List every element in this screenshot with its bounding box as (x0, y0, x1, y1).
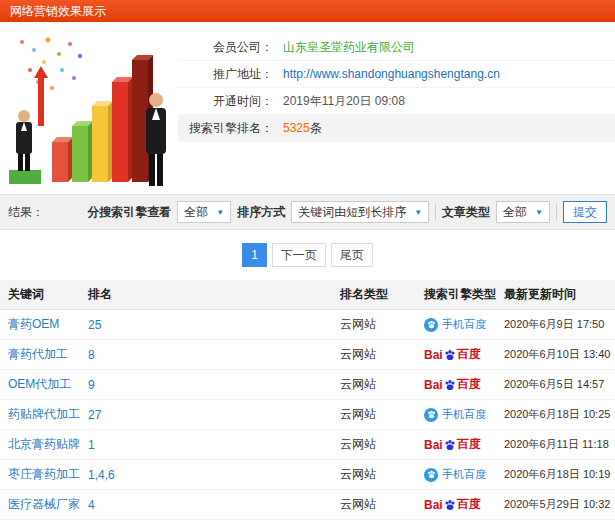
info-row-company: 会员公司： 山东皇圣堂药业有限公司 (178, 34, 615, 61)
rank-count-value: 5325 (283, 121, 310, 135)
baidu-logo-latin: Bai (424, 438, 443, 452)
rank-type-cell: 云网站 (332, 430, 416, 460)
rank-link[interactable]: 4 (88, 498, 95, 512)
rank-type-cell: 云网站 (332, 370, 416, 400)
update-time-cell: 2020年6月18日 10:19 (496, 460, 615, 490)
baidu-logo-cn: 百度 (457, 376, 481, 393)
chevron-down-icon: ▼ (414, 208, 422, 217)
baidu-paw-icon (444, 439, 456, 451)
rank-link[interactable]: 1 (88, 438, 95, 452)
update-time-cell: 2020年6月5日 14:57 (496, 370, 615, 400)
keyword-link[interactable]: 北京膏药贴牌 (8, 437, 80, 451)
baidu-logo-cn: 百度 (457, 496, 481, 513)
mobile-baidu-badge: 手机百度 (424, 407, 486, 422)
keyword-link[interactable]: 膏药代加工 (8, 347, 68, 361)
engine-select[interactable]: 全部 ▼ (177, 201, 231, 223)
url-label: 推广地址： (178, 66, 273, 83)
mobile-baidu-label: 手机百度 (442, 317, 486, 332)
promotion-url-link[interactable]: http://www.shandonghuangshengtang.cn (283, 67, 500, 81)
sort-filter-label: 排序方式 (237, 204, 285, 221)
engine-cell: Bai 百度 手机百度 (416, 490, 496, 520)
engine-cell: Bai 百度 手机百度 (416, 370, 496, 400)
divider (556, 204, 557, 220)
open-time-label: 开通时间： (178, 93, 273, 110)
table-row: 枣庄膏药加工 1,4,6 云网站 Bai 百度 手机百度 (0, 460, 615, 490)
mobile-baidu-badge: 手机百度 (424, 317, 486, 332)
ranking-table: 关键词 排名 排名类型 搜索引擎类型 最新更新时间 膏药OEM 25 云网站 B… (0, 280, 615, 520)
baidu-paw-icon (444, 349, 456, 361)
article-type-select[interactable]: 全部 ▼ (496, 201, 550, 223)
rank-link[interactable]: 9 (88, 378, 95, 392)
rank-count-label: 搜索引擎排名： (178, 120, 273, 137)
divider (435, 204, 436, 220)
table-row: 药贴牌代加工 27 云网站 Bai 百度 手机百度 (0, 400, 615, 430)
sort-select-value: 关键词由短到长排序 (298, 204, 406, 221)
update-time-cell: 2020年6月11日 11:18 (496, 430, 615, 460)
baidu-logo: Bai 百度 (424, 496, 481, 513)
table-row: 膏药OEM 25 云网站 Bai 百度 手机百度 (0, 310, 615, 340)
update-time-cell: 2020年6月9日 17:50 (496, 310, 615, 340)
keyword-link[interactable]: 药贴牌代加工 (8, 407, 80, 421)
keyword-link[interactable]: OEM代加工 (8, 377, 71, 391)
article-select-value: 全部 (503, 204, 527, 221)
filter-bar: 结果： 分搜索引擎查看 全部 ▼ 排序方式 关键词由短到长排序 ▼ 文章类型 全… (0, 194, 615, 230)
baidu-logo-latin: Bai (424, 378, 443, 392)
chevron-down-icon: ▼ (216, 208, 224, 217)
engine-cell: Bai 百度 手机百度 (416, 460, 496, 490)
engine-cell: Bai 百度 手机百度 (416, 310, 496, 340)
keyword-link[interactable]: 膏药OEM (8, 317, 59, 331)
submit-button[interactable]: 提交 (563, 201, 607, 223)
update-time-cell: 2020年5月29日 10:32 (496, 490, 615, 520)
baidu-logo: Bai 百度 (424, 376, 481, 393)
rank-type-cell: 云网站 (332, 340, 416, 370)
titlebar: 网络营销效果展示 (0, 0, 615, 22)
table-row: OEM代加工 9 云网站 Bai 百度 手机百度 (0, 370, 615, 400)
update-time-cell: 2020年6月10日 13:40 (496, 340, 615, 370)
next-page-button[interactable]: 下一页 (272, 243, 326, 267)
open-time-value: 2019年11月20日 09:08 (283, 93, 405, 110)
table-body: 膏药OEM 25 云网站 Bai 百度 手机百度 (0, 310, 615, 520)
keyword-link[interactable]: 医疗器械厂家 (8, 497, 80, 511)
baidu-logo-cn: 百度 (457, 346, 481, 363)
mobile-baidu-label: 手机百度 (442, 407, 486, 422)
mobile-baidu-icon (424, 468, 438, 482)
rank-type-cell: 云网站 (332, 310, 416, 340)
baidu-logo: Bai 百度 (424, 346, 481, 363)
rank-link[interactable]: 8 (88, 348, 95, 362)
sort-select[interactable]: 关键词由短到长排序 ▼ (291, 201, 429, 223)
mobile-baidu-icon (424, 408, 438, 422)
header-rank: 排名 (80, 280, 332, 310)
info-row-open-time: 开通时间： 2019年11月20日 09:08 (178, 88, 615, 115)
keyword-link[interactable]: 枣庄膏药加工 (8, 467, 80, 481)
table-row: 医疗器械厂家 4 云网站 Bai 百度 手机百度 (0, 490, 615, 520)
rank-type-cell: 云网站 (332, 490, 416, 520)
page-title: 网络营销效果展示 (10, 3, 106, 20)
table-row: 膏药代加工 8 云网站 Bai 百度 手机百度 (0, 340, 615, 370)
baidu-logo-latin: Bai (424, 348, 443, 362)
company-name-link[interactable]: 山东皇圣堂药业有限公司 (283, 39, 415, 56)
update-time-cell: 2020年6月18日 10:25 (496, 400, 615, 430)
page-button-current[interactable]: 1 (242, 243, 267, 267)
rank-link[interactable]: 27 (88, 408, 101, 422)
company-label: 会员公司： (178, 39, 273, 56)
table-row: 北京膏药贴牌 1 云网站 Bai 百度 手机百度 (0, 430, 615, 460)
mobile-baidu-icon (424, 318, 438, 332)
mobile-baidu-label: 手机百度 (442, 467, 486, 482)
rank-count-suffix: 条 (310, 121, 322, 135)
mobile-baidu-badge: 手机百度 (424, 467, 486, 482)
rank-link[interactable]: 1,4,6 (88, 468, 115, 482)
rank-type-cell: 云网站 (332, 400, 416, 430)
last-page-button[interactable]: 尾页 (331, 243, 373, 267)
info-row-url: 推广地址： http://www.shandonghuangshengtang.… (178, 61, 615, 88)
table-header-row: 关键词 排名 排名类型 搜索引擎类型 最新更新时间 (0, 280, 615, 310)
header-engine-type: 搜索引擎类型 (416, 280, 496, 310)
header-keyword: 关键词 (0, 280, 80, 310)
header-rank-type: 排名类型 (332, 280, 416, 310)
engine-filter-label: 分搜索引擎查看 (87, 204, 171, 221)
article-filter-label: 文章类型 (442, 204, 490, 221)
baidu-paw-icon (444, 499, 456, 511)
info-row-rank-count: 搜索引擎排名： 5325条 (178, 115, 615, 142)
rank-link[interactable]: 25 (88, 318, 101, 332)
rank-type-cell: 云网站 (332, 460, 416, 490)
baidu-logo: Bai 百度 (424, 436, 481, 453)
